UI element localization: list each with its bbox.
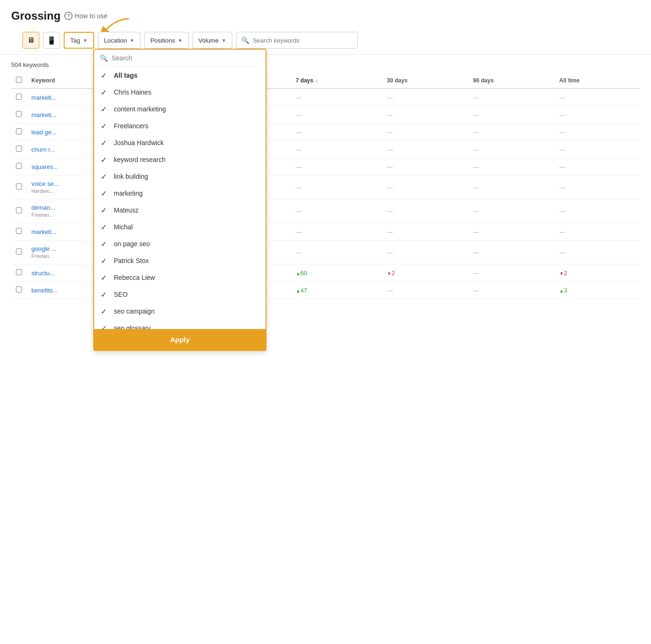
row-checkbox[interactable]: [16, 269, 22, 275]
90day-cell: —: [468, 141, 555, 158]
row-checkbox[interactable]: [16, 163, 22, 169]
30day-cell: —: [382, 141, 468, 158]
col-90days: 90 days: [468, 73, 555, 88]
checkbox-icon: ✓: [101, 172, 109, 181]
row-check[interactable]: [11, 141, 27, 158]
90day-cell: —: [468, 124, 555, 141]
help-icon: ?: [64, 12, 73, 20]
dropdown-item[interactable]: ✓ SEO: [94, 286, 266, 303]
row-checkbox[interactable]: [16, 146, 22, 152]
row-checkbox[interactable]: [16, 183, 22, 190]
30day-cell: —: [382, 199, 468, 223]
dropdown-search-input[interactable]: [111, 54, 260, 62]
row-checkbox[interactable]: [16, 111, 22, 117]
keyword-search-input[interactable]: [253, 37, 353, 44]
30day-cell: —: [382, 282, 468, 299]
dropdown-item-label: Chris Haines: [114, 88, 151, 96]
row-checkbox[interactable]: [16, 207, 22, 213]
90day-cell: —: [468, 199, 555, 223]
keyword-link[interactable]: churn r...: [31, 146, 55, 153]
30day-cell: —: [382, 223, 468, 241]
row-check[interactable]: [11, 264, 27, 282]
checkbox-icon: ✓: [101, 290, 109, 299]
dropdown-item[interactable]: ✓ Patrick Stox: [94, 252, 266, 269]
row-check[interactable]: [11, 124, 27, 141]
row-check[interactable]: [11, 199, 27, 223]
keyword-link[interactable]: deman...: [31, 204, 55, 211]
row-checkbox[interactable]: [16, 249, 22, 255]
keyword-link[interactable]: marketi...: [31, 111, 56, 118]
alltime-cell: —: [555, 158, 640, 176]
checkbox-icon: ✓: [101, 324, 109, 329]
positions-filter-btn[interactable]: Positions ▼: [144, 32, 189, 49]
tag-filter-btn[interactable]: Tag ▼: [64, 32, 94, 49]
select-all-checkbox[interactable]: [16, 77, 22, 83]
how-to-use-link[interactable]: ? How to use: [64, 12, 107, 20]
row-checkbox[interactable]: [16, 286, 22, 293]
row-check[interactable]: [11, 282, 27, 299]
header: Grossing ? How to use: [0, 0, 651, 28]
mobile-device-btn[interactable]: 📱: [43, 32, 60, 49]
col-30days: 30 days: [382, 73, 468, 88]
alltime-cell: ▼2: [555, 264, 640, 282]
30day-cell: —: [382, 106, 468, 124]
keyword-sublabel: Hardwic...: [31, 188, 54, 194]
mobile-icon: 📱: [47, 36, 56, 45]
dropdown-item[interactable]: ✓ Michal: [94, 219, 266, 235]
row-check[interactable]: [11, 88, 27, 106]
dropdown-item-label: seo campaign: [114, 307, 155, 315]
row-checkbox[interactable]: [16, 128, 22, 134]
dropdown-item[interactable]: ✓ Mateusz: [94, 202, 266, 219]
keyword-link[interactable]: structu...: [31, 270, 55, 277]
keyword-link[interactable]: voice se...: [31, 180, 59, 187]
row-checkbox[interactable]: [16, 228, 22, 234]
dropdown-item[interactable]: ✓ Freelancers: [94, 117, 266, 134]
7day-cell: —: [291, 124, 382, 141]
positions-label: Positions: [150, 37, 175, 44]
row-check[interactable]: [11, 241, 27, 264]
dropdown-item[interactable]: ✓ seo glossary: [94, 320, 266, 329]
7day-cell: —: [291, 158, 382, 176]
location-filter-btn[interactable]: Location ▼: [98, 32, 141, 49]
keyword-link[interactable]: marketi...: [31, 94, 56, 101]
row-check[interactable]: [11, 223, 27, 241]
dropdown-item[interactable]: ✓ content marketing: [94, 101, 266, 117]
keyword-link[interactable]: benefits...: [31, 287, 58, 294]
dropdown-item[interactable]: ✓ seo campaign: [94, 303, 266, 320]
tag-label: Tag: [70, 37, 80, 44]
checkbox-icon: ✓: [101, 105, 109, 113]
keyword-link[interactable]: squares...: [31, 163, 58, 170]
row-check[interactable]: [11, 158, 27, 176]
dropdown-item[interactable]: ✓ Joshua Hardwick: [94, 134, 266, 151]
keyword-link[interactable]: google ...: [31, 245, 57, 252]
volume-filter-btn[interactable]: Volume ▼: [192, 32, 232, 49]
desktop-device-btn[interactable]: 🖥: [22, 32, 39, 49]
dropdown-item[interactable]: ✓ Chris Haines: [94, 84, 266, 101]
7day-cell: —: [291, 141, 382, 158]
keyword-link[interactable]: marketi...: [31, 228, 56, 235]
90day-cell: —: [468, 158, 555, 176]
row-check[interactable]: [11, 106, 27, 124]
select-all-col[interactable]: [11, 73, 27, 88]
col-7days[interactable]: 7 days ↓: [291, 73, 382, 88]
tag-dropdown[interactable]: 🔍 ✓ All tags ✓ Chris Haines ✓ content ma…: [93, 49, 266, 351]
keyword-search-bar[interactable]: 🔍: [236, 32, 358, 49]
dropdown-item[interactable]: ✓ link building: [94, 168, 266, 185]
dropdown-item[interactable]: ✓ on page seo: [94, 235, 266, 252]
row-checkbox[interactable]: [16, 94, 22, 100]
90day-cell: —: [468, 223, 555, 241]
dropdown-item[interactable]: ✓ marketing: [94, 185, 266, 202]
checkbox-icon: ✓: [101, 273, 109, 282]
dropdown-item[interactable]: ✓ keyword research: [94, 151, 266, 168]
col-alltime: All time: [555, 73, 640, 88]
dropdown-search-container: 🔍: [94, 50, 266, 67]
keyword-sublabel: Freelan...: [31, 212, 53, 218]
apply-button[interactable]: Apply: [94, 329, 266, 350]
row-check[interactable]: [11, 176, 27, 199]
90day-cell: —: [468, 241, 555, 264]
dropdown-item[interactable]: ✓ All tags: [94, 67, 266, 84]
keyword-sublabel: Freelan...: [31, 253, 53, 259]
keyword-link[interactable]: lead ge...: [31, 129, 57, 136]
dropdown-item[interactable]: ✓ Rebecca Liew: [94, 269, 266, 286]
volume-chevron-icon: ▼: [222, 38, 226, 43]
